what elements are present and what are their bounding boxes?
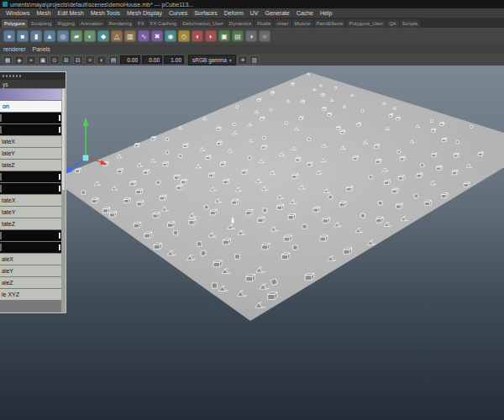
separate-icon[interactable]: ▤ bbox=[232, 30, 244, 42]
shelf-tab-nhair[interactable]: nHair bbox=[274, 19, 291, 28]
output-connections-icon[interactable]: ⊟ bbox=[73, 55, 83, 65]
selected-attribute-row[interactable]: on bbox=[0, 101, 61, 112]
attribute-row[interactable]: tateZ bbox=[0, 218, 61, 229]
display-toggle-group: ☀▥ bbox=[238, 55, 260, 65]
viewport-canvas[interactable] bbox=[0, 66, 504, 420]
attribute-slider[interactable] bbox=[0, 171, 61, 182]
torus-primitive-icon[interactable]: ◎ bbox=[57, 30, 69, 42]
cylinder-primitive-icon[interactable]: ▮ bbox=[30, 30, 42, 42]
scatter-house bbox=[76, 168, 81, 172]
shelf-tab-fx[interactable]: FX bbox=[135, 19, 147, 28]
shelf-tab-fx-caching[interactable]: FX Caching bbox=[148, 19, 179, 28]
combine-icon[interactable]: ▣ bbox=[218, 30, 230, 42]
cone-primitive-icon[interactable]: ▲ bbox=[44, 30, 55, 42]
history-icon[interactable]: ≡ bbox=[85, 55, 95, 65]
menu-curves[interactable]: Curves bbox=[165, 10, 191, 16]
pyramid-primitive-icon[interactable]: △ bbox=[111, 30, 123, 42]
shelf-tab-polygons-user[interactable]: Polygons_User bbox=[346, 19, 386, 28]
menu-mesh[interactable]: Mesh bbox=[33, 10, 54, 16]
exposure-icon[interactable]: ☀ bbox=[238, 55, 248, 65]
attribute-row[interactable]: aleZ bbox=[0, 277, 61, 288]
attribute-group-row[interactable] bbox=[0, 89, 61, 100]
shelf-tab-qa[interactable]: QA bbox=[386, 19, 399, 28]
attribute-row[interactable]: lateZ bbox=[0, 160, 61, 171]
scatter-block bbox=[165, 151, 169, 155]
curve-snap-icon[interactable]: ◈ bbox=[14, 55, 24, 65]
attribute-slider[interactable] bbox=[0, 183, 61, 194]
gamma-dropdown[interactable]: sRGB gamma ▾ bbox=[188, 55, 236, 66]
panel-menu-panels[interactable]: Panels bbox=[32, 46, 50, 52]
shelf-tab-polygons[interactable]: Polygons bbox=[2, 19, 28, 28]
scrollbar-thumb[interactable] bbox=[62, 89, 65, 190]
attribute-slider[interactable] bbox=[0, 113, 61, 123]
attribute-slider[interactable] bbox=[0, 242, 61, 253]
camera-icon[interactable]: ◐ bbox=[97, 55, 107, 65]
scatter-house bbox=[209, 173, 215, 177]
platonic-primitive-icon[interactable]: ◆ bbox=[97, 30, 109, 42]
panel-menu-renderer[interactable]: renderer bbox=[3, 46, 25, 52]
coord-z-field[interactable] bbox=[164, 55, 184, 64]
attribute-row[interactable]: tateY bbox=[0, 207, 61, 218]
attribute-row[interactable]: aleX bbox=[0, 254, 61, 265]
plane-primitive-icon[interactable]: ▰ bbox=[71, 30, 82, 42]
shelf-tab-scripts[interactable]: Scripts bbox=[400, 19, 420, 28]
grid-snap-icon[interactable]: ▦ bbox=[3, 55, 13, 65]
menu-surfaces[interactable]: Surfaces bbox=[191, 10, 221, 16]
attribute-row[interactable]: aleY bbox=[0, 265, 61, 276]
menu-edit-mesh[interactable]: Edit Mesh bbox=[55, 10, 87, 16]
shelf-tab-animation[interactable]: Animation bbox=[78, 19, 106, 28]
shelf-tab-deformation-user[interactable]: Deformation_User bbox=[180, 19, 226, 28]
scatter-house bbox=[210, 210, 217, 215]
view-transform-icon[interactable]: ▥ bbox=[249, 55, 260, 65]
boolean-difference-icon[interactable]: ◗ bbox=[205, 30, 217, 42]
disc-primitive-icon[interactable]: ◐ bbox=[84, 30, 96, 42]
scatter-block bbox=[81, 191, 85, 194]
panel-title-bar[interactable] bbox=[0, 72, 66, 80]
shelf-tab-fluids[interactable]: Fluids bbox=[255, 19, 273, 28]
input-connections-icon[interactable]: ⊞ bbox=[61, 55, 71, 65]
window-title-bar[interactable]: uments\maya\projects\default\scenes\demo… bbox=[0, 0, 504, 8]
attribute-row[interactable]: lateX bbox=[0, 136, 61, 147]
superellipse-primitive-icon[interactable]: ◇ bbox=[178, 30, 190, 42]
menu-help[interactable]: Help bbox=[317, 10, 335, 16]
shelf-tab-muscle[interactable]: Muscle bbox=[292, 19, 313, 28]
shelf-tab-sculpting[interactable]: Sculpting bbox=[29, 19, 55, 28]
cube-primitive-icon[interactable]: ■ bbox=[17, 30, 29, 42]
manipulator-center-handle[interactable] bbox=[83, 155, 88, 160]
attribute-row[interactable]: tateX bbox=[0, 195, 61, 206]
menu-mesh-display[interactable]: Mesh Display bbox=[123, 10, 165, 16]
soccerball-primitive-icon[interactable]: ◉ bbox=[165, 30, 176, 42]
coord-y-field[interactable] bbox=[142, 55, 162, 64]
shelf-tab-dynamics[interactable]: Dynamics bbox=[227, 19, 254, 28]
attribute-slider[interactable] bbox=[0, 124, 61, 135]
manipulator-y-arrow[interactable] bbox=[83, 118, 89, 126]
extract-icon[interactable]: ◑ bbox=[245, 30, 257, 42]
ground-plane[interactable] bbox=[52, 72, 504, 321]
attribute-row[interactable]: lateY bbox=[0, 148, 61, 159]
bookmark-icon[interactable]: ▤ bbox=[108, 55, 118, 65]
make-live-icon[interactable]: ⊙ bbox=[50, 55, 60, 65]
coord-x-field[interactable] bbox=[120, 55, 140, 64]
point-snap-icon[interactable]: ⌖ bbox=[26, 55, 36, 65]
gear-primitive-icon[interactable]: ✖ bbox=[151, 30, 163, 42]
boolean-union-icon[interactable]: ◖ bbox=[192, 30, 203, 42]
panel-scrollbar[interactable] bbox=[61, 88, 66, 312]
menu-deform[interactable]: Deform bbox=[221, 10, 247, 16]
shelf-tab-rendering[interactable]: Rendering bbox=[106, 19, 134, 28]
shelf-tab-rigging[interactable]: Rigging bbox=[55, 19, 76, 28]
menu-mesh-tools[interactable]: Mesh Tools bbox=[87, 10, 123, 16]
fill-hole-icon[interactable]: ○ bbox=[259, 30, 270, 42]
attribute-row[interactable]: le XYZ bbox=[0, 289, 61, 300]
helix-primitive-icon[interactable]: ∿ bbox=[138, 30, 150, 42]
menu-uv[interactable]: UV bbox=[247, 10, 262, 16]
pipe-primitive-icon[interactable]: ▥ bbox=[124, 30, 136, 42]
view-plane-snap-icon[interactable]: ▣ bbox=[38, 55, 48, 65]
attribute-slider[interactable] bbox=[0, 230, 61, 241]
sphere-primitive-icon[interactable]: ● bbox=[3, 30, 15, 42]
viewport[interactable] bbox=[0, 66, 504, 420]
menu-cache[interactable]: Cache bbox=[293, 10, 317, 16]
menu-windows[interactable]: Windows bbox=[3, 10, 33, 16]
scatter-block bbox=[179, 155, 182, 158]
shelf-tab-painteffects[interactable]: PaintEffects bbox=[314, 19, 346, 28]
menu-generate[interactable]: Generate bbox=[261, 10, 292, 16]
